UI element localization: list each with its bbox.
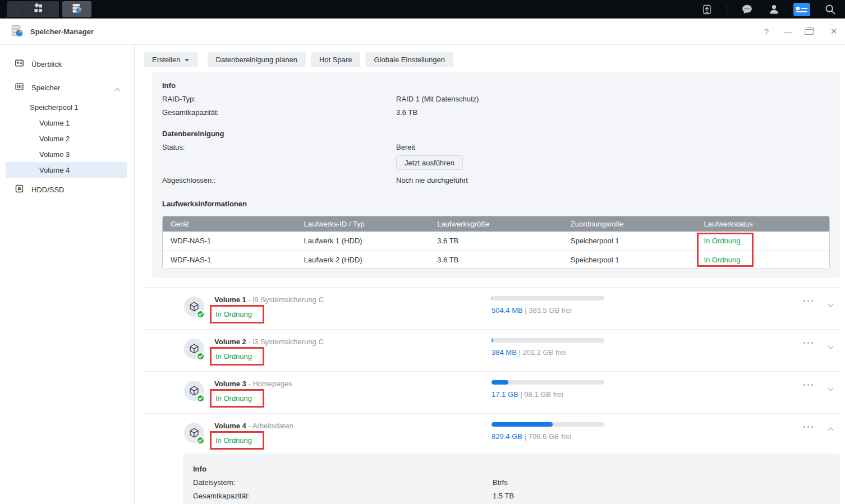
annotation-box: In Ordnung [210, 305, 264, 323]
annotation-box: In Ordnung [210, 431, 264, 450]
volume-status: In Ordnung [210, 431, 264, 450]
drive-row[interactable]: WDF-NAS-1 Laufwerk 2 (HDD) 3.6 TB Speich… [163, 250, 829, 269]
collapse-chevron-icon[interactable] [826, 423, 835, 437]
user-icon[interactable] [766, 2, 781, 17]
role-cell: Speicherpool 1 [563, 232, 696, 250]
data-scrubbing-heading: Datenbereinigung [162, 127, 830, 140]
sidebar-item-volume-4[interactable]: Volume 4 [6, 162, 127, 178]
window-titlebar: Speicher-Manager ? — ✕ [0, 19, 845, 45]
drive-cell: Laufwerk 2 (HDD) [296, 250, 430, 269]
drive-info-heading: Laufwerksinformationen [162, 197, 830, 210]
col-drive-size: Laufwerksgröße [429, 216, 563, 232]
annotation-box: In Ordnung [210, 347, 264, 366]
widgets-panel-icon[interactable] [793, 3, 810, 16]
storage-manager-window-icon [10, 24, 24, 39]
sidebar-item-storagepool-1[interactable]: Speicherpool 1 [0, 99, 134, 115]
usage-progress-bar [492, 338, 604, 343]
volume-row-4[interactable]: Volume 4 - Arbeitsdaten In Ordnung 829.4… [144, 413, 840, 454]
expand-chevron-icon[interactable] [826, 339, 835, 353]
info-heading: Info [162, 78, 830, 92]
create-button[interactable]: Erstellen [144, 52, 198, 67]
volume-status: In Ordnung [210, 305, 264, 323]
scrubbing-status-label: Status: [162, 143, 396, 151]
usage-text: 829.4 GB | 706.6 GB frei [492, 432, 571, 441]
window-title: Speicher-Manager [30, 27, 94, 36]
taskbar-tray [700, 2, 845, 17]
volume-row-3[interactable]: Volume 3 - Homepages In Ordnung 17.1 GB … [144, 371, 840, 413]
show-desktop-button[interactable] [7, 1, 17, 17]
hot-spare-button[interactable]: Hot Spare [311, 52, 361, 67]
volume-list: Volume 1 - i9 Systemsicherung C In Ordnu… [144, 287, 840, 504]
completed-label: Abgeschlossen:: [162, 176, 396, 184]
device-cell: WDF-NAS-1 [163, 250, 296, 269]
drive-table-wrap: Gerät Laufwerks-ID / Typ Laufwerksgröße … [162, 216, 830, 269]
scrubbing-status-value: Bereit [396, 143, 415, 151]
close-button[interactable]: ✕ [829, 26, 838, 36]
size-cell: 3.6 TB [429, 232, 563, 250]
storage-icon [15, 82, 24, 93]
main-menu-button[interactable] [17, 1, 59, 17]
more-actions-icon[interactable] [801, 339, 815, 347]
global-settings-button[interactable]: Globale Einstellungen [365, 52, 453, 67]
overview-icon [15, 58, 24, 70]
total-capacity-label: Gesamtkapazität: [162, 108, 396, 117]
total-capacity-value: 3.6 TB [396, 108, 417, 117]
volume-title: Volume 2 - i3 Systemsicherung C [214, 337, 324, 346]
sidebar-item-storage[interactable]: Speicher [0, 80, 134, 95]
expand-chevron-icon[interactable] [826, 381, 835, 395]
search-icon[interactable] [823, 2, 837, 17]
sidebar-item-hdd-ssd[interactable]: HDD/SSD [0, 182, 134, 197]
annotation-box: In Ordnung [210, 389, 264, 408]
sidebar-item-overview[interactable]: Überblick [0, 56, 134, 72]
sidebar-item-label: Speicher [31, 84, 60, 92]
drive-table-header-row: Gerät Laufwerks-ID / Typ Laufwerksgröße … [163, 216, 829, 232]
external-drive-icon[interactable] [700, 2, 714, 17]
help-button[interactable]: ? [762, 27, 771, 36]
usage-text: 17.1 GB | 98.1 GB frei [492, 390, 563, 399]
storage-manager-icon [71, 3, 82, 16]
healthy-check-icon [196, 436, 205, 445]
toolbar: Erstellen Datenbereinigung planen Hot Sp… [144, 52, 840, 67]
more-actions-icon[interactable] [801, 423, 815, 431]
col-drive-status: Laufwerkstatus [696, 216, 829, 232]
volume-row-1[interactable]: Volume 1 - i9 Systemsicherung C In Ordnu… [144, 287, 840, 329]
collapse-chevron-icon[interactable] [116, 86, 120, 94]
col-drive-id-type: Laufwerks-ID / Typ [296, 216, 430, 232]
raid-type-label: RAID-Typ: [162, 95, 396, 103]
sidebar-item-volume-3[interactable]: Volume 3 [0, 146, 134, 162]
healthy-check-icon [196, 310, 205, 318]
status-cell: In Ordnung [696, 250, 829, 269]
more-actions-icon[interactable] [801, 381, 815, 389]
window-body: Überblick Speicher Speicherpool 1 [0, 45, 845, 504]
usage-progress-bar [492, 380, 604, 385]
drive-row[interactable]: WDF-NAS-1 Laufwerk 1 (HDD) 3.6 TB Speich… [163, 232, 829, 250]
content-area: Erstellen Datenbereinigung planen Hot Sp… [135, 45, 845, 504]
schedule-data-scrubbing-button[interactable]: Datenbereinigung planen [208, 52, 306, 67]
size-cell: 3.6 TB [429, 250, 563, 269]
volume-row-2[interactable]: Volume 2 - i3 Systemsicherung C In Ordnu… [144, 329, 840, 371]
volume-status: In Ordnung [210, 347, 264, 366]
sidebar-item-volume-2[interactable]: Volume 2 [0, 131, 134, 146]
device-cell: WDF-NAS-1 [163, 232, 296, 250]
apps-grid-icon [33, 3, 43, 15]
usage-text: 504.4 MB | 383.5 GB frei [492, 306, 572, 315]
volume-title: Volume 3 - Homepages [214, 380, 292, 388]
restore-button[interactable] [805, 27, 814, 36]
minimize-button[interactable]: — [783, 27, 792, 36]
drive-cell: Laufwerk 1 (HDD) [296, 232, 430, 250]
sidebar-item-volume-1[interactable]: Volume 1 [0, 115, 134, 131]
healthy-check-icon [196, 394, 205, 403]
tray-divider [727, 4, 727, 15]
run-now-button[interactable]: Jetzt ausführen [396, 155, 463, 170]
window-controls: ? — ✕ [762, 26, 835, 36]
chat-icon[interactable] [740, 2, 754, 17]
taskbar-storage-manager-button[interactable] [62, 1, 91, 17]
more-actions-icon[interactable] [801, 297, 815, 305]
completed-value: Noch nie durchgeführt [396, 176, 468, 184]
sidebar-item-label: Volume 1 [39, 119, 70, 127]
volume-title: Volume 1 - i9 Systemsicherung C [214, 295, 324, 304]
usage-progress-bar [492, 296, 604, 300]
col-device: Gerät [163, 216, 296, 232]
sidebar-item-label: Speicherpool 1 [30, 103, 79, 112]
expand-chevron-icon[interactable] [826, 297, 835, 311]
